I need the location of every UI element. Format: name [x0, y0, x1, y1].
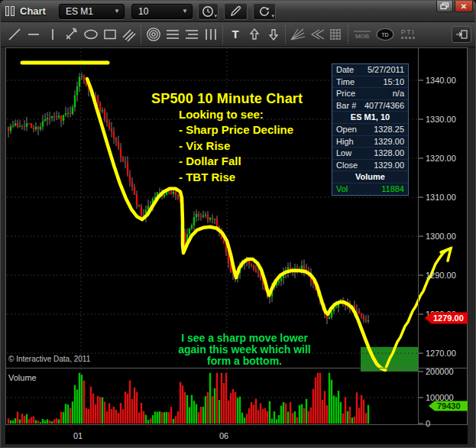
toolbar-separator — [222, 25, 223, 44]
svg-text:1300.00: 1300.00 — [426, 232, 456, 241]
panel-label: High — [336, 136, 354, 148]
interval-value: 10 — [138, 6, 148, 17]
restore-icon — [440, 2, 449, 10]
ellipse-tool[interactable] — [81, 25, 100, 44]
dock-panel-button[interactable] — [452, 26, 471, 43]
svg-text:1340.00: 1340.00 — [426, 76, 456, 85]
dock-panel-icon — [455, 30, 468, 39]
refresh-button[interactable]: ▾ — [253, 3, 276, 20]
svg-text:1270.00: 1270.00 — [426, 349, 456, 358]
draw-button[interactable] — [224, 3, 248, 20]
time-range-button[interactable]: ▾ — [198, 3, 219, 20]
panel-value: 11884 — [381, 183, 404, 195]
panel-label: Low — [336, 148, 351, 159]
panel-label: Price — [336, 88, 355, 99]
arrow-up-tool[interactable] — [244, 25, 264, 44]
title-bar: Chart ES M1 ▼ 10 ▼ ▾ ▾ ✕ — [1, 1, 475, 22]
trendline-tool[interactable] — [5, 25, 24, 44]
svg-text:1279.00: 1279.00 — [433, 313, 464, 323]
panel-value: 4077/4366 — [364, 100, 404, 112]
panel-row: Close1329.00 — [332, 160, 408, 172]
panel-row-volume: Vol11884 — [332, 183, 408, 195]
svg-text:1320.00: 1320.00 — [426, 154, 456, 163]
gann-grid-tool[interactable] — [326, 25, 345, 44]
panel-label: Vol — [336, 183, 348, 195]
td-sequential-tool[interactable]: TD — [374, 25, 397, 44]
chart-window: Chart ES M1 ▼ 10 ▼ ▾ ▾ ✕ — [0, 0, 476, 448]
panel-value: 1328.25 — [374, 124, 404, 135]
fibonacci-circles-tool[interactable] — [144, 25, 163, 44]
symbol-dropdown[interactable]: ES M1 ▼ — [59, 4, 125, 19]
panel-value: 1329.00 — [374, 136, 404, 148]
restore-window-button[interactable] — [436, 1, 453, 12]
panel-row: High1329.00 — [332, 136, 408, 148]
chart-window-icon — [5, 6, 15, 16]
symbol-value: ES M1 — [66, 6, 93, 17]
svg-text:0: 0 — [426, 419, 430, 428]
svg-text:TD: TD — [381, 32, 388, 37]
chart-area: 1340.001330.001320.001310.001300.001290.… — [1, 47, 475, 447]
svg-text:T: T — [232, 28, 238, 41]
panel-volume-header: Volume — [332, 171, 408, 183]
svg-text:200000: 200000 — [426, 367, 454, 376]
chevron-down-icon: ▼ — [182, 8, 188, 15]
toolbar-separator — [285, 25, 286, 44]
window-controls: ✕ — [436, 1, 475, 12]
panel-row: Open1328.25 — [332, 124, 408, 136]
date-axis-label: 01 — [73, 431, 83, 440]
pti-tool[interactable]: PTI — [397, 25, 419, 44]
close-icon: ✕ — [461, 2, 467, 11]
date-axis-label: 06 — [219, 431, 228, 440]
chevron-down-icon: ▼ — [114, 8, 120, 15]
window-title: Chart — [20, 5, 46, 17]
panel-value: 1328.00 — [374, 148, 404, 159]
panel-label: Close — [336, 160, 358, 171]
drawing-toolbar: T MOB TD PTI — [1, 22, 475, 47]
horizontal-line-tool[interactable] — [24, 25, 43, 44]
chevron-down-icon: ▾ — [271, 13, 274, 19]
panel-row: Pricen/a — [332, 88, 408, 100]
svg-text:1310.00: 1310.00 — [426, 193, 456, 202]
panel-label: Open — [336, 124, 357, 135]
clock-icon — [202, 5, 214, 18]
speed-resistance-lines-tool[interactable] — [182, 25, 201, 44]
pencil-icon — [229, 5, 242, 18]
svg-text:MOB: MOB — [355, 33, 369, 40]
toolbar-separator — [348, 25, 348, 44]
data-window-panel: Date5/27/2011 Time15:10 Pricen/a Bar #40… — [332, 63, 409, 196]
panel-label: Date — [336, 64, 354, 76]
panel-row: Low1328.00 — [332, 148, 408, 160]
panel-label: Bar # — [336, 100, 356, 112]
toolbar-separator — [141, 25, 141, 44]
panel-row: Bar #4077/4366 — [332, 100, 408, 112]
svg-text:PTI: PTI — [401, 28, 416, 36]
interval-dropdown[interactable]: 10 ▼ — [131, 4, 193, 19]
fibonacci-time-zones-tool[interactable] — [201, 25, 220, 44]
svg-text:1330.00: 1330.00 — [426, 115, 456, 124]
fibonacci-retracement-tool[interactable] — [163, 25, 182, 44]
mob-tool[interactable]: MOB — [351, 25, 374, 44]
close-window-button[interactable]: ✕ — [455, 1, 473, 12]
arrow-down-tool[interactable] — [264, 25, 283, 44]
svg-text:79430: 79430 — [437, 401, 461, 411]
parallel-channel-tool[interactable] — [119, 25, 138, 44]
panel-value: 15:10 — [383, 76, 404, 88]
panel-label: Time — [336, 76, 355, 88]
panel-row: Date5/27/2011 — [332, 64, 408, 76]
panel-symbol-header: ES M1, 10 — [332, 112, 408, 124]
panel-value: 5/27/2011 — [368, 64, 404, 76]
text-tool[interactable]: T — [225, 25, 244, 44]
chevron-down-icon: ▾ — [214, 13, 217, 19]
pitchfork-tool[interactable] — [62, 25, 81, 44]
gann-arrows-tool[interactable] — [307, 25, 326, 44]
vertical-line-tool[interactable] — [43, 25, 62, 44]
gann-fan-tool[interactable] — [288, 25, 307, 44]
panel-value: n/a — [393, 88, 404, 99]
rectangle-tool[interactable] — [100, 25, 119, 44]
svg-text:1290.00: 1290.00 — [426, 271, 456, 280]
refresh-icon — [258, 5, 270, 18]
panel-row: Time15:10 — [332, 76, 408, 89]
panel-value: 1329.00 — [374, 160, 404, 171]
